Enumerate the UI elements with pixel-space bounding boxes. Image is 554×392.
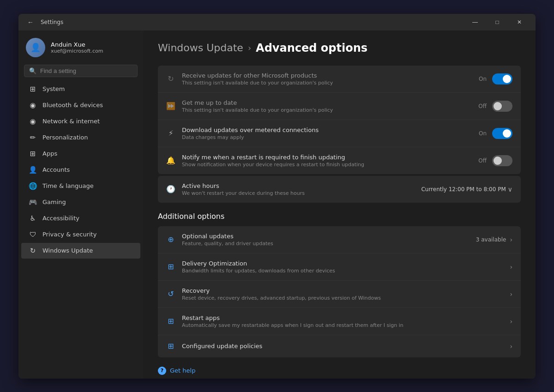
user-name: Anduin Xue <box>51 41 103 48</box>
option-chevron-restart-apps: › <box>510 318 512 325</box>
nav-label-accounts: Accounts <box>42 166 70 173</box>
option-chevron-delivery-optimization: › <box>510 263 512 271</box>
option-right-recovery: › <box>510 290 512 298</box>
option-icon-configured-policies: ⊞ <box>166 342 175 351</box>
active-hours-row[interactable]: 🕐 Active hours We won't restart your dev… <box>158 176 521 203</box>
sidebar-item-privacy-security[interactable]: 🛡 Privacy & security <box>21 227 140 242</box>
toggle-label-receive-updates: On <box>479 76 487 82</box>
option-subtitle-restart-apps: Automatically save my restartable apps w… <box>182 322 503 328</box>
toggle-get-up-to-date[interactable] <box>492 101 512 112</box>
active-hours-icon: 🕐 <box>166 185 175 194</box>
nav-icon-bluetooth: ◉ <box>29 101 37 109</box>
sidebar-item-windows-update[interactable]: ↻ Windows Update <box>21 243 140 259</box>
toggle-row-receive-updates[interactable]: ↻ Receive updates for other Microsoft pr… <box>158 66 521 93</box>
nav-icon-windows-update: ↻ <box>29 247 37 255</box>
sidebar: 👤 Anduin Xue xuef@microsoft.com 🔍 ⊞ Syst… <box>18 30 143 379</box>
option-row-restart-apps[interactable]: ⊞ Restart apps Automatically save my res… <box>158 308 521 335</box>
content-area: Windows Update › Advanced options ↻ Rece… <box>143 30 536 379</box>
sidebar-item-personalization[interactable]: ✏ Personalization <box>21 130 140 145</box>
option-subtitle-delivery-optimization: Bandwidth limits for updates, downloads … <box>182 268 503 274</box>
active-hours-chevron: ∨ <box>508 186 512 193</box>
option-icon-recovery: ↺ <box>166 289 175 299</box>
sidebar-item-bluetooth[interactable]: ◉ Bluetooth & devices <box>21 97 140 113</box>
option-right-restart-apps: › <box>510 318 512 325</box>
sidebar-item-network[interactable]: ◉ Network & internet <box>21 114 140 129</box>
sidebar-item-accessibility[interactable]: ♿ Accessibility <box>21 211 140 226</box>
row-subtitle-receive-updates: This setting isn't available due to your… <box>182 80 472 86</box>
nav-icon-network: ◉ <box>29 117 37 126</box>
row-title-metered-connections: Download updates over metered connection… <box>182 127 472 133</box>
option-row-delivery-optimization[interactable]: ⊞ Delivery Optimization Bandwidth limits… <box>158 253 521 281</box>
option-row-configured-policies[interactable]: ⊞ Configured update policies › <box>158 335 521 357</box>
sidebar-item-apps[interactable]: ⊞ Apps <box>21 146 140 162</box>
search-input[interactable] <box>40 67 132 74</box>
row-subtitle-get-up-to-date: This setting isn't available due to your… <box>182 107 472 113</box>
nav-label-time-language: Time & language <box>42 182 94 189</box>
sidebar-item-gaming[interactable]: 🎮 Gaming <box>21 194 140 210</box>
nav-list: ⊞ System ◉ Bluetooth & devices ◉ Network… <box>18 81 143 259</box>
option-chevron-optional-updates: › <box>510 236 512 243</box>
row-subtitle-metered-connections: Data charges may apply <box>182 134 472 140</box>
row-subtitle-restart-notify: Show notification when your device requi… <box>182 162 472 168</box>
option-text-configured-policies: Configured update policies <box>182 343 503 350</box>
toggle-restart-notify[interactable] <box>492 155 512 166</box>
toggle-row-restart-notify[interactable]: 🔔 Notify me when a restart is required t… <box>158 147 521 174</box>
row-text-metered-connections: Download updates over metered connection… <box>182 127 472 140</box>
sidebar-item-time-language[interactable]: 🌐 Time & language <box>21 178 140 194</box>
search-box[interactable]: 🔍 <box>24 65 138 77</box>
nav-icon-time-language: 🌐 <box>29 182 37 190</box>
toggle-wrap-metered-connections: On <box>479 128 512 139</box>
toggle-row-metered-connections[interactable]: ⚡ Download updates over metered connecti… <box>158 120 521 147</box>
nav-label-accessibility: Accessibility <box>42 215 79 222</box>
toggle-slider-metered-connections <box>492 128 512 139</box>
user-profile[interactable]: 👤 Anduin Xue xuef@microsoft.com <box>18 34 143 65</box>
toggle-label-get-up-to-date: Off <box>478 103 487 109</box>
option-icon-restart-apps: ⊞ <box>166 317 175 326</box>
toggle-label-metered-connections: On <box>479 130 487 137</box>
additional-options-group: ⊕ Optional updates Feature, quality, and… <box>158 226 521 357</box>
additional-options-title: Additional options <box>158 212 521 221</box>
titlebar-controls: — □ ✕ <box>464 14 530 30</box>
minimize-button[interactable]: — <box>464 14 486 30</box>
titlebar-left: ← Settings <box>24 16 63 29</box>
active-hours-subtitle: We won't restart your device during thes… <box>182 190 415 196</box>
active-hours-group: 🕐 Active hours We won't restart your dev… <box>158 176 521 203</box>
option-chevron-configured-policies: › <box>510 343 512 350</box>
get-help-icon: ? <box>158 367 166 375</box>
maximize-button[interactable]: □ <box>487 14 508 30</box>
option-right-delivery-optimization: › <box>510 263 512 271</box>
page-title: Advanced options <box>256 42 367 54</box>
option-subtitle-optional-updates: Feature, quality, and driver updates <box>182 241 470 247</box>
row-icon-get-up-to-date: ⏩ <box>166 102 175 111</box>
option-text-optional-updates: Optional updates Feature, quality, and d… <box>182 233 470 247</box>
sidebar-item-system[interactable]: ⊞ System <box>21 81 140 97</box>
nav-label-gaming: Gaming <box>42 199 66 205</box>
breadcrumb-separator: › <box>248 43 251 53</box>
close-button[interactable]: ✕ <box>509 14 530 30</box>
nav-icon-apps: ⊞ <box>29 150 37 158</box>
active-hours-value[interactable]: Currently 12:00 PM to 8:00 PM ∨ <box>421 186 512 193</box>
toggle-settings-group: ↻ Receive updates for other Microsoft pr… <box>158 66 521 174</box>
sidebar-item-accounts[interactable]: 👤 Accounts <box>21 162 140 178</box>
option-title-optional-updates: Optional updates <box>182 233 470 240</box>
option-row-recovery[interactable]: ↺ Recovery Reset device, recovery drives… <box>158 281 521 308</box>
toggle-wrap-restart-notify: Off <box>478 155 512 166</box>
breadcrumb-parent[interactable]: Windows Update <box>158 42 243 54</box>
row-title-get-up-to-date: Get me up to date <box>182 99 472 106</box>
row-text-receive-updates: Receive updates for other Microsoft prod… <box>182 72 472 86</box>
option-badge-optional-updates: 3 available <box>476 236 506 243</box>
back-button[interactable]: ← <box>24 16 37 29</box>
nav-icon-privacy-security: 🛡 <box>29 230 37 239</box>
option-right-configured-policies: › <box>510 343 512 350</box>
get-help[interactable]: ? Get help <box>158 367 521 375</box>
toggle-metered-connections[interactable] <box>492 128 512 139</box>
toggle-receive-updates[interactable] <box>492 73 512 84</box>
toggle-row-get-up-to-date[interactable]: ⏩ Get me up to date This setting isn't a… <box>158 93 521 120</box>
nav-label-personalization: Personalization <box>42 134 88 141</box>
row-icon-receive-updates: ↻ <box>166 74 175 84</box>
nav-label-windows-update: Windows Update <box>42 247 93 254</box>
nav-label-apps: Apps <box>42 150 57 157</box>
option-row-optional-updates[interactable]: ⊕ Optional updates Feature, quality, and… <box>158 226 521 253</box>
toggle-wrap-get-up-to-date: Off <box>478 101 512 112</box>
row-text-get-up-to-date: Get me up to date This setting isn't ava… <box>182 99 472 113</box>
